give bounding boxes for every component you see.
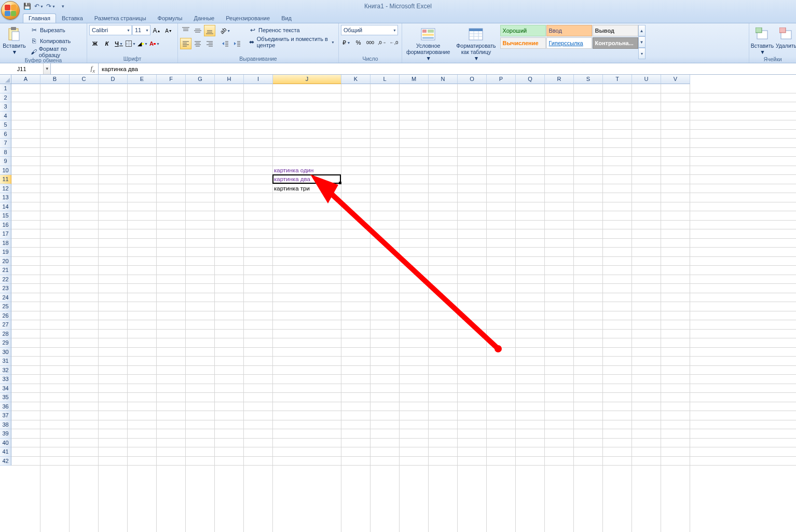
column-header[interactable]: S (574, 75, 603, 84)
row-header[interactable]: 13 (0, 193, 11, 202)
row-header[interactable]: 24 (0, 293, 11, 303)
italic-button[interactable]: К (101, 38, 113, 49)
row-header[interactable]: 38 (0, 420, 11, 430)
column-header[interactable]: B (40, 75, 70, 84)
cell[interactable]: картинка два (273, 175, 340, 184)
gallery-more[interactable]: ▾ (638, 48, 646, 59)
row-header[interactable]: 4 (0, 112, 11, 121)
formula-input[interactable]: картинка два (99, 63, 796, 74)
row-header[interactable]: 28 (0, 330, 11, 339)
row-header[interactable]: 14 (0, 202, 11, 212)
row-header[interactable]: 31 (0, 357, 11, 366)
paste-button[interactable]: Вставить▼ (2, 25, 26, 56)
row-header[interactable]: 5 (0, 120, 11, 130)
row-header[interactable]: 16 (0, 221, 11, 230)
increase-indent-button[interactable] (231, 38, 243, 49)
fx-icon[interactable]: fx (91, 64, 95, 74)
style-calculation[interactable]: Вычисление (500, 37, 546, 49)
align-top-button[interactable] (180, 25, 191, 36)
column-header[interactable]: U (632, 75, 661, 84)
row-header[interactable]: 27 (0, 320, 11, 330)
gallery-scroll-down[interactable]: ▼ (638, 36, 646, 48)
gallery-scroll-up[interactable]: ▲ (638, 25, 646, 36)
row-header[interactable]: 21 (0, 266, 11, 275)
increase-decimal-button[interactable]: ,0→ (376, 37, 388, 48)
name-box-input[interactable] (0, 63, 43, 74)
tab-formulas[interactable]: Формулы (152, 13, 188, 23)
cell-styles-gallery[interactable]: Хороший Ввод Вывод Вычисление Гиперссылк… (500, 25, 646, 59)
column-header[interactable]: H (215, 75, 244, 84)
tab-layout[interactable]: Разметка страницы (89, 13, 152, 23)
row-header[interactable]: 9 (0, 157, 11, 166)
row-header[interactable]: 7 (0, 139, 11, 148)
select-all-corner[interactable] (0, 75, 11, 84)
row-header[interactable]: 40 (0, 439, 11, 448)
style-output[interactable]: Вывод (593, 25, 638, 36)
row-header[interactable]: 6 (0, 130, 11, 139)
cut-button[interactable]: ✂Вырезать (29, 25, 85, 35)
tab-view[interactable]: Вид (276, 13, 297, 23)
column-header[interactable]: P (487, 75, 516, 84)
align-left-button[interactable] (180, 38, 191, 49)
column-header[interactable]: J (273, 75, 341, 84)
column-header[interactable]: F (157, 75, 186, 84)
row-header[interactable]: 30 (0, 348, 11, 357)
column-header[interactable]: R (545, 75, 574, 84)
column-header[interactable]: O (458, 75, 487, 84)
column-header[interactable]: D (99, 75, 128, 84)
row-header[interactable]: 10 (0, 166, 11, 175)
column-header[interactable]: N (429, 75, 458, 84)
orientation-button[interactable]: ab▼ (219, 25, 231, 36)
bold-button[interactable]: Ж (89, 38, 101, 49)
name-box-dropdown[interactable]: ▼ (43, 63, 50, 74)
decrease-decimal-button[interactable]: ←,0 (388, 37, 400, 48)
column-header[interactable]: V (661, 75, 690, 84)
row-header[interactable]: 1 (0, 84, 11, 93)
conditional-formatting-button[interactable]: Условноеформатирование▼ (404, 25, 452, 62)
row-header[interactable]: 33 (0, 375, 11, 384)
decrease-indent-button[interactable] (219, 38, 231, 49)
format-as-table-button[interactable]: Форматироватькак таблицу▼ (454, 25, 498, 62)
shrink-font-button[interactable]: A▼ (163, 25, 174, 36)
font-color-button[interactable]: A▼ (149, 38, 160, 49)
tab-review[interactable]: Рецензирование (220, 13, 276, 23)
tab-home[interactable]: Главная (23, 13, 56, 23)
worksheet-grid[interactable]: ABCDEFGHIJKLMNOPQRSTUV 12345678910111213… (0, 75, 796, 532)
row-header[interactable]: 12 (0, 184, 11, 194)
column-header[interactable]: K (341, 75, 370, 84)
column-header[interactable]: E (128, 75, 157, 84)
font-name-combo[interactable]: Calibri▼ (89, 25, 132, 35)
underline-button[interactable]: Ч▼ (113, 38, 125, 49)
percent-button[interactable]: % (353, 37, 364, 48)
qat-customize-icon[interactable]: ▾ (58, 1, 68, 11)
column-header[interactable]: M (400, 75, 429, 84)
column-header[interactable]: T (603, 75, 632, 84)
wrap-text-button[interactable]: ↩Перенос текста (247, 25, 336, 35)
row-header[interactable]: 29 (0, 338, 11, 348)
style-input[interactable]: Ввод (546, 25, 592, 36)
row-header[interactable]: 39 (0, 429, 11, 439)
column-header[interactable]: C (70, 75, 99, 84)
font-size-combo[interactable]: 11▼ (132, 25, 150, 35)
row-header[interactable]: 23 (0, 284, 11, 293)
undo-icon[interactable]: ↶▼ (34, 1, 44, 11)
align-bottom-button[interactable] (204, 25, 215, 36)
row-header[interactable]: 17 (0, 229, 11, 239)
row-header[interactable]: 35 (0, 393, 11, 402)
row-header[interactable]: 26 (0, 311, 11, 321)
delete-cells-button[interactable]: Удалить (775, 25, 796, 50)
column-header[interactable]: A (11, 75, 40, 84)
number-format-combo[interactable]: Общий▼ (341, 25, 398, 35)
column-header[interactable]: Q (516, 75, 545, 84)
row-header[interactable]: 41 (0, 447, 11, 457)
row-header[interactable]: 11 (0, 175, 11, 184)
format-painter-button[interactable]: 🖌Формат по образцу (29, 47, 85, 57)
row-header[interactable]: 37 (0, 411, 11, 420)
row-header[interactable]: 42 (0, 457, 11, 466)
row-header[interactable]: 25 (0, 302, 11, 311)
row-header[interactable]: 15 (0, 211, 11, 221)
borders-button[interactable]: ▼ (125, 38, 136, 49)
row-header[interactable]: 18 (0, 239, 11, 248)
fill-color-button[interactable]: ◢▼ (137, 38, 148, 49)
row-header[interactable]: 32 (0, 366, 11, 375)
